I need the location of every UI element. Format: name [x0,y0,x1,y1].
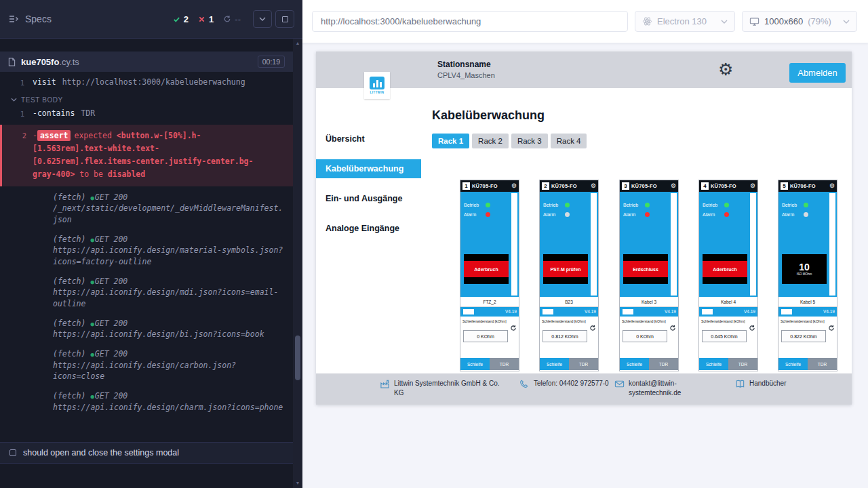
viewport-select[interactable]: 1000x660 (79%) [742,11,857,32]
command-contains[interactable]: 1-containsTDR [0,106,293,122]
alarm-label: Alarm [464,212,482,217]
version-indicator [702,309,713,314]
footer-text: kontakt@littwin-systemtechnik.de [629,379,691,397]
network-log-row-1[interactable]: (fetch) ●GET 200 /_next/static/developme… [0,189,293,228]
version-indicator [542,309,553,314]
footer-item-3[interactable]: kontakt@littwin-systemtechnik.de [614,379,691,397]
loop-resistance-label: Schleifenwiderstand [kOhm] [462,319,517,323]
scroll-thumb[interactable] [295,336,300,380]
sidebar-item-2[interactable]: Kabelüberwachung [316,159,421,178]
cards-row: 1 KÜ705-FO ⚙ Betrieb Alarm Aderbruch FTZ… [316,180,852,373]
refresh-icon[interactable] [669,325,676,331]
test-body-section[interactable]: TEST BODY [0,91,293,106]
betrieb-led [645,203,650,207]
next-test-title: should open and close the settings modal [23,448,179,458]
monitor-card-4: 4 KÜ705-FO ⚙ Betrieb Alarm Aderbruch Kab… [698,180,758,371]
alarm-led [645,212,650,217]
alarm-label: Alarm [623,212,642,217]
loop-resistance-section: Schleifenwiderstand [kOhm] 0.645 KOhm [699,317,757,358]
refresh-icon[interactable] [749,325,755,331]
network-log-row-3[interactable]: (fetch) ●GET 200 https://api.iconify.des… [0,273,293,312]
schleife-button[interactable]: Schleife [699,358,728,370]
level-indicator [591,193,597,296]
footer-item-4[interactable]: Handbücher [735,379,844,389]
loop-resistance-section: Schleifenwiderstand [kOhm] 0.812 KOhm [540,317,598,358]
tab-rack-2[interactable]: Rack 2 [472,134,509,148]
network-log-row-2[interactable]: (fetch) ●GET 200 https://api.iconify.des… [0,231,293,270]
status-display: PST-M prüfen [543,254,588,284]
app-under-test: LITTWIN Stationsname CPLV4_Maschen ⚙ Abm… [316,52,852,405]
spec-header[interactable]: kue705fo.cy.ts 00:19 [0,52,293,72]
url-input[interactable] [312,11,628,32]
network-log-row-4[interactable]: (fetch) ●GET 200 https://api.iconify.des… [0,315,293,343]
cable-name: Kabel 5 [778,297,837,307]
tab-rack-3[interactable]: Rack 3 [511,134,548,148]
sidebar-item-1[interactable]: Übersicht [316,129,421,148]
refresh-icon[interactable] [828,325,835,331]
refresh-icon[interactable] [589,325,596,331]
tdr-button[interactable]: TDR [569,358,598,370]
chevron-down-icon [843,20,850,24]
betrieb-led [486,203,490,207]
section-chevron-icon [11,98,17,102]
cable-name: B23 [540,297,598,307]
schleife-button[interactable]: Schleife [460,358,490,370]
stop-button[interactable] [275,10,294,28]
status-text: PST-M prüfen [543,261,588,277]
alarm-led [724,212,729,217]
firmware-version: V4.19 [744,309,755,314]
card-model: KÜ706-FO [790,183,816,189]
gear-icon[interactable]: ⚙ [829,183,835,189]
spec-name: kue705fo.cy.ts [21,57,79,67]
refresh-icon[interactable] [510,325,517,331]
gear-icon[interactable]: ⚙ [750,183,755,189]
schleife-button[interactable]: Schleife [540,358,569,370]
loop-resistance-label: Schleifenwiderstand [kOhm] [781,319,835,323]
specs-label: Specs [25,14,52,24]
settings-gear-icon[interactable]: ⚙ [718,61,733,78]
schleife-button[interactable]: Schleife [620,358,649,370]
screen: Specs 2 1 -- [0,0,868,488]
network-log-row-6[interactable]: (fetch) ●GET 200 https://api.iconify.des… [0,388,293,415]
scroll-down-icon[interactable]: ▼ [293,479,302,488]
footer-text: Littwin Systemtechnik GmbH & Co. KG [394,379,504,397]
card-number: 1 [462,182,470,190]
x-icon [198,16,205,23]
passed-count: 2 [173,14,189,24]
footer-item-2[interactable]: Telefon: 04402 972577-0 [519,379,610,389]
tab-rack-1[interactable]: Rack 1 [432,134,469,148]
tdr-button[interactable]: TDR [490,358,519,370]
collapse-button[interactable] [253,10,272,28]
scroll-up-icon[interactable]: ▲ [293,39,302,48]
failed-count: 1 [198,14,214,24]
betrieb-label: Betrieb [464,203,482,207]
gear-icon[interactable]: ⚙ [671,183,676,189]
card-number: 2 [542,182,549,190]
reporter-scrollbar[interactable]: ▲ ▼ [293,39,302,488]
status-dot-icon: ● [90,279,94,285]
browser-select[interactable]: Electron 130 [635,11,735,32]
command-log: 1visithttp://localhost:3000/kabelueberwa… [0,72,293,415]
assert-badge: assert [37,130,71,141]
tdr-button[interactable]: TDR [728,358,757,370]
card-header: 3 KÜ705-FO ⚙ [620,180,678,192]
tdr-button[interactable]: TDR [649,358,678,370]
chevron-down-icon [259,17,266,21]
iso-value: 10 [797,262,812,272]
next-test-row[interactable]: should open and close the settings modal [0,442,302,464]
specs-menu-button[interactable]: Specs [8,14,52,24]
command-assert-failed[interactable]: 2-assertexpected <button.w-[50%].h-[1.56… [0,125,293,186]
assert-expected-state: disabled [108,169,145,179]
gear-icon[interactable]: ⚙ [511,183,517,189]
schleife-button[interactable]: Schleife [778,358,808,370]
logout-button[interactable]: Abmelden [789,63,846,83]
tdr-button[interactable]: TDR [808,358,837,370]
spec-file-icon [8,58,16,66]
loop-resistance-value: 0.822 KOhm [781,330,826,342]
command-visit[interactable]: 1visithttp://localhost:3000/kabelueberwa… [0,75,293,91]
status-dot-icon: ● [90,321,94,327]
tab-rack-4[interactable]: Rack 4 [551,134,587,148]
gear-icon[interactable]: ⚙ [591,183,596,189]
network-log-row-5[interactable]: (fetch) ●GET 200 https://api.iconify.des… [0,346,293,385]
status-text: Aderbruch [703,261,747,277]
